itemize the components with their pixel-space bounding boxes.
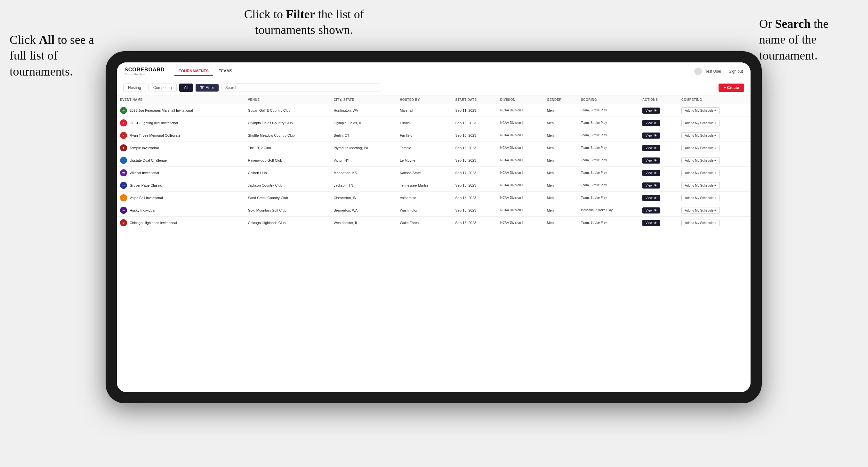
cell-start-date: Sep 18, 2023 — [452, 192, 497, 204]
cell-start-date: Sep 16, 2023 — [452, 129, 497, 142]
eye-icon — [654, 134, 657, 137]
svg-rect-8 — [201, 88, 203, 89]
table-row: G Grover Page Classic Jackson Country Cl… — [117, 179, 750, 192]
view-button[interactable]: View — [642, 145, 660, 151]
cell-scoring: Individual, Stroke Play — [578, 204, 639, 217]
cell-competing: Add to My Schedule + — [678, 104, 750, 117]
view-button[interactable]: View — [642, 220, 660, 226]
cell-start-date: Sep 17, 2023 — [452, 167, 497, 179]
cell-actions: View — [639, 192, 678, 204]
cell-actions: View — [639, 129, 678, 142]
create-button[interactable]: + Create — [718, 84, 744, 92]
team-logo: C — [120, 219, 127, 226]
event-name: Wildcat Invitational — [130, 171, 159, 175]
cell-city-state: Chesterton, IN — [331, 192, 397, 204]
cell-competing: Add to My Schedule + — [678, 204, 750, 217]
tab-hosting[interactable]: Hosting — [123, 84, 146, 92]
cell-hosted-by: Marshall — [397, 104, 452, 117]
tab-all[interactable]: All — [179, 84, 193, 92]
cell-hosted-by: Le Moyne — [397, 154, 452, 167]
nav-tournaments[interactable]: TOURNAMENTS — [175, 67, 213, 76]
sign-out-link[interactable]: Sign out — [729, 69, 743, 73]
add-to-schedule-button[interactable]: Add to My Schedule + — [681, 207, 720, 214]
view-button[interactable]: View — [642, 107, 660, 114]
filter-bar: Hosting Competing All Filter + Create — [117, 80, 750, 95]
cell-actions: View — [639, 167, 678, 179]
tournaments-table: EVENT NAME VENUE CITY, STATE HOSTED BY S… — [117, 95, 750, 229]
search-input[interactable] — [221, 84, 381, 92]
cell-city-state: Olympia Fields, IL — [331, 117, 397, 129]
table-row: I OFCC Fighting Illini Invitational Olym… — [117, 117, 750, 129]
cell-city-state: Manhattan, KS — [331, 167, 397, 179]
view-button[interactable]: View — [642, 120, 660, 126]
add-to-schedule-button[interactable]: Add to My Schedule + — [681, 195, 720, 201]
cell-scoring: Team, Stroke Play — [578, 142, 639, 154]
event-name: Chicago Highlands Invitational — [130, 221, 177, 225]
nav-right: Test User | Sign out — [694, 67, 743, 75]
cell-competing: Add to My Schedule + — [678, 167, 750, 179]
cell-event: W Wildcat Invitational — [117, 167, 245, 179]
cell-venue: Gold Mountain Golf Club — [245, 204, 330, 217]
svg-point-12 — [654, 147, 656, 149]
add-to-schedule-button[interactable]: Add to My Schedule + — [681, 145, 720, 151]
add-to-schedule-button[interactable]: Add to My Schedule + — [681, 107, 720, 114]
team-logo: T — [120, 144, 127, 151]
view-button[interactable]: View — [642, 170, 660, 176]
table-row: F Ryan T. Lee Memorial Collegiate Shuttl… — [117, 129, 750, 142]
view-button[interactable]: View — [642, 157, 660, 163]
add-to-schedule-button[interactable]: Add to My Schedule + — [681, 132, 720, 139]
cell-actions: View — [639, 142, 678, 154]
table-row: W Husky Individual Gold Mountain Golf Cl… — [117, 204, 750, 217]
annotation-top-left: Click All to see a full list of tourname… — [9, 32, 99, 80]
svg-point-16 — [654, 197, 656, 198]
add-to-schedule-button[interactable]: Add to My Schedule + — [681, 182, 720, 189]
eye-icon — [654, 209, 657, 212]
cell-scoring: Team, Stroke Play — [578, 117, 639, 129]
eye-icon — [654, 146, 657, 150]
view-button[interactable]: View — [642, 132, 660, 138]
cell-actions: View — [639, 204, 678, 217]
col-city-state: CITY, STATE — [331, 95, 397, 104]
table-row: V Valpo Fall Invitational Sand Creek Cou… — [117, 192, 750, 204]
col-actions: ACTIONS — [639, 95, 678, 104]
cell-division: NCAA Division I — [497, 117, 544, 129]
svg-point-15 — [654, 185, 656, 186]
tablet-screen: SCOREBOARD Powered by clippd TOURNAMENTS… — [117, 62, 750, 392]
add-to-schedule-button[interactable]: Add to My Schedule + — [681, 120, 720, 126]
cell-city-state: Victor, NY — [331, 154, 397, 167]
cell-hosted-by: Wake Forest — [397, 217, 452, 229]
cell-city-state: Berlin, CT — [331, 129, 397, 142]
team-logo: F — [120, 132, 127, 139]
add-to-schedule-button[interactable]: Add to My Schedule + — [681, 169, 720, 176]
cell-competing: Add to My Schedule + — [678, 142, 750, 154]
avatar — [694, 67, 702, 75]
cell-city-state: Huntington, WV — [331, 104, 397, 117]
col-start-date: START DATE — [452, 95, 497, 104]
cell-competing: Add to My Schedule + — [678, 179, 750, 192]
cell-division: NCAA Division I — [497, 154, 544, 167]
add-to-schedule-button[interactable]: Add to My Schedule + — [681, 220, 720, 226]
cell-gender: Men — [544, 104, 578, 117]
view-button[interactable]: View — [642, 182, 660, 189]
table-row: M 2023 Joe Feaganes Marshall Invitationa… — [117, 104, 750, 117]
team-logo: M — [120, 107, 127, 114]
event-name: Husky Individual — [130, 208, 155, 212]
cell-competing: Add to My Schedule + — [678, 192, 750, 204]
cell-actions: View — [639, 104, 678, 117]
eye-icon — [654, 121, 657, 125]
table-header-row: EVENT NAME VENUE CITY, STATE HOSTED BY S… — [117, 95, 750, 104]
cell-city-state: Bremerton, WA — [331, 204, 397, 217]
filter-button[interactable]: Filter — [195, 84, 219, 92]
cell-event: W Husky Individual — [117, 204, 245, 217]
nav-teams[interactable]: TEAMS — [214, 67, 237, 76]
view-button[interactable]: View — [642, 195, 660, 201]
cell-scoring: Team, Stroke Play — [578, 167, 639, 179]
cell-scoring: Team, Stroke Play — [578, 179, 639, 192]
table-row: U Upstate Dual Challenge Ravenwood Golf … — [117, 154, 750, 167]
col-venue: VENUE — [245, 95, 330, 104]
tablet-frame: SCOREBOARD Powered by clippd TOURNAMENTS… — [105, 51, 762, 403]
add-to-schedule-button[interactable]: Add to My Schedule + — [681, 157, 720, 164]
view-button[interactable]: View — [642, 208, 660, 214]
tab-competing[interactable]: Competing — [149, 84, 177, 92]
col-hosted-by: HOSTED BY — [397, 95, 452, 104]
